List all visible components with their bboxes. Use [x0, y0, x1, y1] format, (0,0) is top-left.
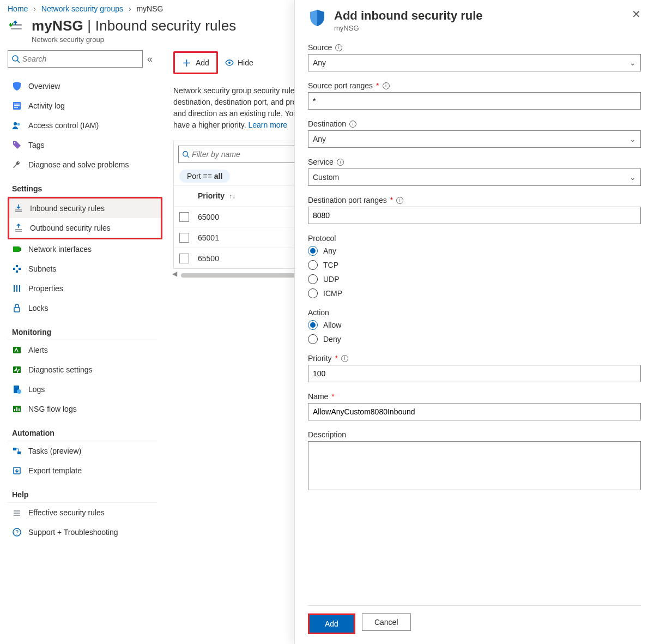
- svg-rect-21: [14, 285, 15, 292]
- protocol-radio-any[interactable]: Any: [308, 246, 641, 256]
- hide-defaults-button[interactable]: Hide: [225, 58, 253, 68]
- page-subtitle: Network security group: [32, 35, 237, 44]
- cell-priority: 65000: [198, 213, 219, 221]
- properties-icon: [12, 284, 22, 293]
- row-checkbox[interactable]: [179, 233, 189, 243]
- label-action: Action: [308, 308, 329, 317]
- svg-rect-18: [19, 268, 21, 270]
- svg-rect-7: [14, 107, 18, 108]
- col-priority[interactable]: Priority ↑↓: [198, 191, 235, 200]
- sidebar-item-overview[interactable]: Overview: [8, 76, 162, 96]
- panel-footer: Add Cancel: [308, 605, 641, 644]
- svg-rect-11: [15, 209, 22, 210]
- svg-rect-37: [14, 513, 20, 514]
- label-name: Name: [308, 392, 328, 401]
- svg-rect-23: [19, 285, 20, 292]
- panel-add-button[interactable]: Add: [310, 615, 354, 633]
- sidebar-item-properties[interactable]: Properties: [8, 279, 162, 298]
- sidebar-search[interactable]: [8, 50, 143, 68]
- filter-chip-port[interactable]: Port == all: [179, 170, 230, 183]
- sidebar-item-tags[interactable]: Tags: [8, 135, 162, 155]
- sidebar-item-support[interactable]: ? Support + Troubleshooting: [8, 522, 162, 542]
- info-icon[interactable]: i: [341, 355, 348, 362]
- learn-more-link[interactable]: Learn more: [248, 121, 287, 129]
- svg-rect-14: [15, 231, 22, 232]
- svg-rect-24: [14, 308, 20, 312]
- protocol-radio-icmp[interactable]: ICMP: [308, 288, 641, 298]
- inbound-icon: [14, 203, 23, 213]
- dest-port-ranges-input[interactable]: [308, 207, 641, 224]
- destination-select[interactable]: Any⌄: [308, 130, 641, 148]
- info-icon[interactable]: i: [337, 159, 344, 166]
- sidebar-item-label: Outbound security rules: [30, 224, 111, 232]
- name-input[interactable]: [308, 403, 641, 420]
- collapse-sidebar-button[interactable]: «: [147, 53, 153, 65]
- people-icon: [12, 121, 22, 130]
- svg-point-10: [14, 142, 15, 143]
- breadcrumb-separator: ›: [33, 4, 36, 13]
- breadcrumb-home[interactable]: Home: [8, 4, 28, 13]
- label-source: Source: [308, 43, 332, 52]
- highlight-box-rules: Inbound security rules Outbound security…: [8, 197, 162, 239]
- sidebar-item-effective-rules[interactable]: Effective security rules: [8, 503, 162, 522]
- breadcrumb-nsg-list[interactable]: Network security groups: [41, 4, 123, 13]
- service-select[interactable]: Custom⌄: [308, 168, 641, 186]
- add-button[interactable]: Add: [175, 53, 216, 72]
- sidebar-item-alerts[interactable]: Alerts: [8, 340, 162, 360]
- add-rule-panel: Add inbound security rule myNSG ✕ Source…: [294, 0, 654, 644]
- outbound-icon: [14, 223, 23, 233]
- shield-icon: [308, 9, 326, 27]
- action-radio-deny[interactable]: Deny: [308, 334, 641, 344]
- hide-defaults-label: Hide: [238, 58, 253, 67]
- sidebar-item-label: Properties: [28, 284, 63, 293]
- row-checkbox[interactable]: [179, 212, 189, 222]
- sidebar-section-automation: Automation: [8, 419, 157, 441]
- svg-text:?: ?: [15, 529, 19, 535]
- panel-subtitle: myNSG: [334, 24, 483, 32]
- sidebar-search-input[interactable]: [22, 55, 139, 63]
- tag-icon: [12, 140, 22, 150]
- breadcrumb-separator: ›: [129, 4, 131, 13]
- sidebar-item-diagnose[interactable]: Diagnose and solve problems: [8, 155, 162, 174]
- priority-input[interactable]: [308, 365, 641, 382]
- highlight-add-button: Add: [173, 51, 218, 74]
- source-port-ranges-input[interactable]: [308, 92, 641, 110]
- flow-icon: [12, 404, 22, 414]
- sidebar-item-label: Diagnose and solve problems: [28, 160, 129, 169]
- close-button[interactable]: ✕: [632, 9, 641, 20]
- sidebar-item-access-control[interactable]: Access control (IAM): [8, 116, 162, 135]
- action-radio-allow[interactable]: Allow: [308, 320, 641, 330]
- sidebar-item-locks[interactable]: Locks: [8, 298, 162, 318]
- info-icon[interactable]: i: [396, 197, 403, 204]
- nic-icon: [12, 244, 22, 254]
- row-checkbox[interactable]: [179, 254, 189, 263]
- svg-rect-32: [19, 408, 20, 411]
- sidebar-item-activity-log[interactable]: Activity log: [8, 96, 162, 116]
- sidebar-item-logs[interactable]: Logs: [8, 380, 162, 399]
- label-source-port-ranges: Source port ranges: [308, 81, 373, 90]
- info-icon[interactable]: i: [349, 121, 356, 128]
- protocol-radio-tcp[interactable]: TCP: [308, 260, 641, 270]
- description-input[interactable]: [308, 441, 641, 490]
- sidebar-item-network-interfaces[interactable]: Network interfaces: [8, 239, 162, 259]
- sidebar-item-outbound-rules[interactable]: Outbound security rules: [9, 218, 161, 238]
- sidebar-item-inbound-rules[interactable]: Inbound security rules: [9, 198, 161, 218]
- svg-rect-15: [13, 246, 20, 252]
- info-icon[interactable]: i: [383, 82, 390, 89]
- protocol-radio-udp[interactable]: UDP: [308, 274, 641, 284]
- lock-icon: [12, 303, 22, 313]
- sidebar-item-export-template[interactable]: Export template: [8, 461, 162, 480]
- panel-cancel-button[interactable]: Cancel: [362, 613, 411, 631]
- plus-icon: [182, 58, 191, 68]
- svg-rect-1: [11, 28, 22, 29]
- source-select[interactable]: Any⌄: [308, 54, 641, 71]
- sidebar-item-diagnostic-settings[interactable]: Diagnostic settings: [8, 360, 162, 380]
- shield-icon: [12, 81, 22, 91]
- sidebar-item-tasks[interactable]: Tasks (preview): [8, 441, 162, 461]
- chevron-down-icon: ⌄: [629, 173, 636, 182]
- sidebar-item-nsg-flow-logs[interactable]: NSG flow logs: [8, 399, 162, 419]
- sidebar-item-subnets[interactable]: Subnets: [8, 259, 162, 279]
- info-icon[interactable]: i: [335, 44, 342, 51]
- sidebar-section-settings: Settings: [8, 174, 157, 197]
- svg-rect-5: [14, 104, 20, 105]
